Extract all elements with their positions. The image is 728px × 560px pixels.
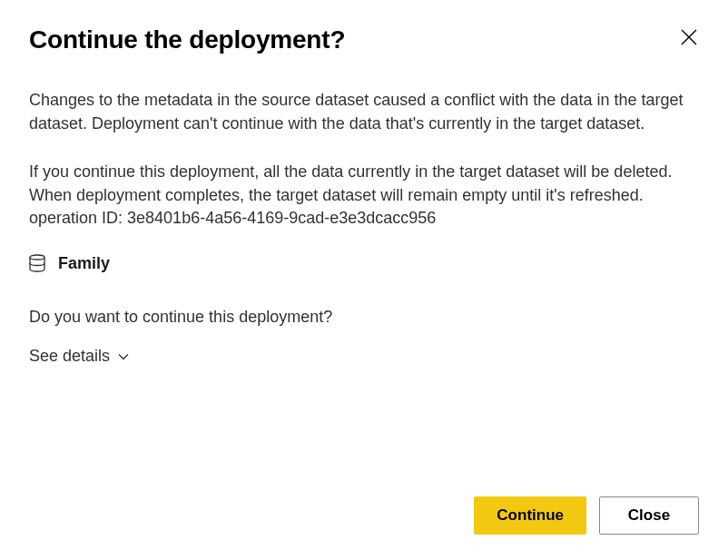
dataset-icon xyxy=(29,254,45,272)
see-details-toggle[interactable]: See details xyxy=(29,347,699,366)
warning-block: If you continue this deployment, all the… xyxy=(29,161,699,231)
svg-point-2 xyxy=(30,255,44,260)
continue-button[interactable]: Continue xyxy=(474,496,586,535)
conflict-explanation-text: Changes to the metadata in the source da… xyxy=(29,89,699,135)
deployment-conflict-dialog: Continue the deployment? Changes to the … xyxy=(0,0,728,560)
see-details-label: See details xyxy=(29,347,110,366)
affected-item-label: Family xyxy=(58,254,110,273)
dialog-header: Continue the deployment? xyxy=(29,25,699,54)
affected-item-row: Family xyxy=(29,254,699,273)
chevron-down-icon xyxy=(117,350,130,363)
warning-text: If you continue this deployment, all the… xyxy=(29,161,699,207)
dialog-title: Continue the deployment? xyxy=(29,25,345,54)
close-button[interactable]: Close xyxy=(599,496,699,535)
confirm-question-text: Do you want to continue this deployment? xyxy=(29,306,699,329)
close-icon[interactable] xyxy=(679,27,699,47)
dialog-footer: Continue Close xyxy=(29,496,699,535)
operation-id-text: operation ID: 3e8401b6-4a56-4169-9cad-e3… xyxy=(29,207,699,231)
